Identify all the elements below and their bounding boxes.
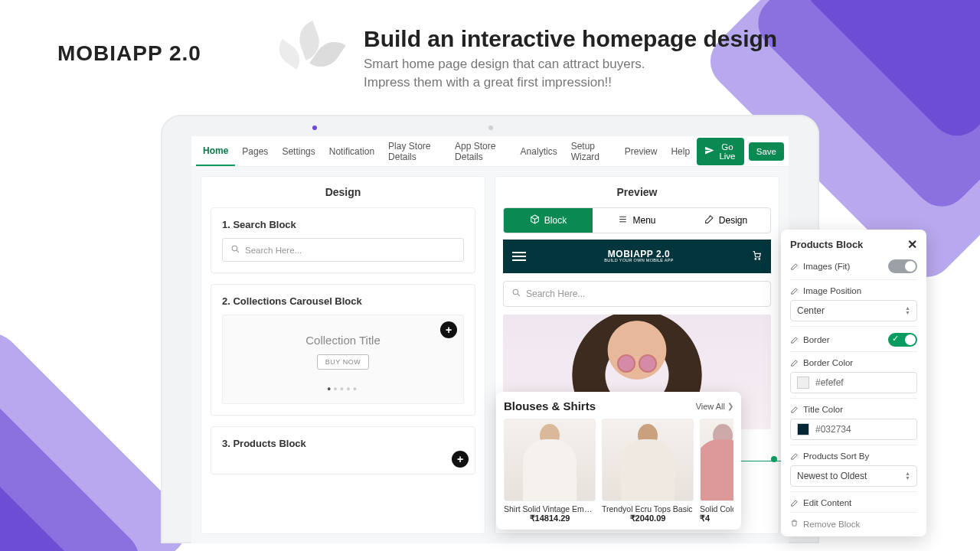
products-block-card[interactable]: 3. Products Block + [211,426,475,474]
product-card[interactable]: Trendyol Ecru Tops Basic ₹2040.09 [602,419,694,523]
preview-search-input[interactable]: Search Here... [503,281,771,307]
sort-label: Products Sort By [803,452,869,461]
top-nav: Home Pages Settings Notification Play St… [191,136,789,167]
hero-headline: Build an interactive homepage design Sma… [364,26,777,92]
nav-analytics[interactable]: Analytics [514,136,564,166]
search-block-card[interactable]: 1. Search Block Search Here... [211,207,475,273]
nav-notification[interactable]: Notification [322,136,381,166]
product-name: Trendyol Ecru Tops Basic [602,504,694,514]
nav-playstore[interactable]: Play Store Details [381,136,448,166]
menu-icon [618,214,628,227]
product-card[interactable]: Shirt Solid Vintage Embroi.. ₹14814.29 [504,419,596,523]
add-collection-button[interactable]: + [440,321,457,338]
title-color-input[interactable]: #032734 [790,419,917,440]
title-color-label: Title Color [803,405,843,414]
edit-icon [790,406,799,414]
hero-subtitle: Smart home page design that can attract … [364,55,777,92]
hero-title: Build an interactive homepage design [364,26,777,52]
close-icon[interactable]: ✕ [907,237,917,252]
nav-setupwizard[interactable]: Setup Wizard [564,136,618,166]
svg-line-1 [237,250,239,253]
connector-line [738,461,784,461]
image-position-select[interactable]: Center ▲▼ [790,300,917,321]
preview-search-placeholder: Search Here... [526,289,585,299]
updown-icon: ▲▼ [905,471,910,481]
search-block-input[interactable]: Search Here... [222,238,464,262]
images-fit-label: Images (Fit) [803,262,850,271]
tab-design-label: Design [719,215,747,226]
nav-home[interactable]: Home [196,136,235,166]
phone-header: MOBIAPP 2.0 BUILD YOUR OWN MOBILE APP [503,240,771,273]
search-placeholder: Search Here... [245,246,302,255]
tab-block[interactable]: Block [504,208,593,233]
product-card[interactable]: Solid Color ₹4 [700,419,733,523]
border-color-value: #efefef [815,377,844,388]
tab-design[interactable]: Design [681,208,770,233]
edit-icon [790,452,799,461]
svg-line-8 [518,294,520,296]
view-all-link[interactable]: View All ❯ [696,402,733,411]
cart-icon[interactable] [752,249,762,263]
product-image [602,419,694,501]
color-swatch [797,377,809,389]
view-all-label: View All [696,402,725,411]
tab-block-label: Block [544,215,567,226]
images-fit-toggle[interactable]: ✕ [888,259,917,273]
image-position-value: Center [797,305,825,316]
products-preview-card: Blouses & Shirts View All ❯ Shirt Solid … [496,392,741,530]
tab-menu[interactable]: Menu [593,208,681,233]
product-image [504,419,596,501]
hamburger-icon[interactable] [512,252,526,261]
nav-appstore[interactable]: App Store Details [448,136,514,166]
buy-now-button[interactable]: BUY NOW [317,354,369,370]
phone-app-tag: BUILD YOUR OWN MOBILE APP [604,259,674,263]
save-button[interactable]: Save [749,142,784,161]
phone-logo: MOBIAPP 2.0 BUILD YOUR OWN MOBILE APP [604,249,674,263]
border-toggle[interactable]: ✓ [888,333,917,347]
cube-icon [530,214,540,227]
carousel-dots: ●●●●● [230,385,456,393]
nav-pages[interactable]: Pages [235,136,275,166]
collection-title: Collection Title [230,334,456,347]
preview-title: Preview [495,177,779,207]
camera-dot [312,126,317,130]
collections-block-head: 2. Collections Carousel Block [222,295,464,307]
camera-dot [488,126,493,130]
paper-plane-icon [704,145,714,157]
product-image [700,419,733,501]
edit-icon [790,359,799,367]
product-price: ₹14814.29 [504,514,596,523]
sort-value: Newest to Oldest [797,471,867,481]
svg-point-5 [755,259,756,260]
design-title: Design [201,177,485,207]
image-position-label: Image Position [803,286,861,295]
preview-tabs: Block Menu Design [503,207,771,233]
search-icon [511,288,521,300]
svg-point-7 [513,289,518,295]
collections-block-card[interactable]: 2. Collections Carousel Block + Collecti… [211,284,475,416]
search-block-head: 1. Search Block [222,219,464,230]
collection-preview-box: + Collection Title BUY NOW ●●●●● [222,315,464,404]
nav-help[interactable]: Help [664,136,697,166]
nav-settings[interactable]: Settings [275,136,322,166]
design-panel: Design 1. Search Block Search Here... 2.… [201,176,485,534]
product-price: ₹4 [700,514,733,523]
product-name: Solid Color [700,504,733,514]
tab-menu-label: Menu [632,215,655,226]
border-color-input[interactable]: #efefef [790,372,917,393]
chevron-right-icon: ❯ [727,402,733,410]
sort-select[interactable]: Newest to Oldest ▲▼ [790,465,917,487]
go-live-button[interactable]: Go Live [697,138,744,165]
border-label: Border [803,335,830,344]
color-swatch [797,423,809,435]
settings-title: Products Block [790,239,863,250]
products-block-head: 3. Products Block [222,438,464,449]
edit-content-link[interactable]: Edit Content [803,498,851,507]
nav-preview[interactable]: Preview [618,136,665,166]
add-product-button[interactable]: + [452,451,469,468]
connector-dot [771,456,777,462]
updown-icon: ▲▼ [905,306,910,315]
edit-icon [790,262,799,271]
edit-icon [790,499,799,507]
remove-block-link[interactable]: Remove Block [803,520,860,529]
